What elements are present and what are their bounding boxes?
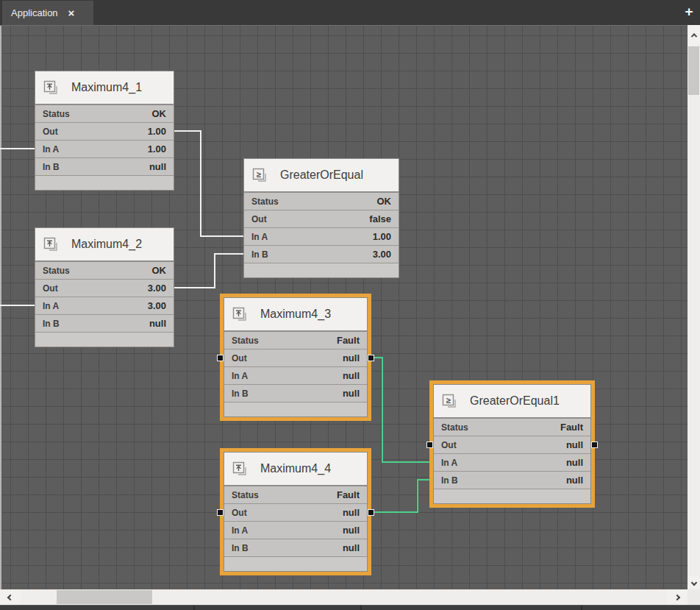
vertical-scrollbar-thumb[interactable] <box>688 46 699 95</box>
horizontal-scrollbar[interactable] <box>0 589 688 605</box>
maximum-icon <box>232 461 249 476</box>
port-row-status[interactable]: StatusOK <box>244 193 399 210</box>
node-header: ≥ GreaterOrEqual <box>244 159 399 193</box>
tab-label: Application <box>11 7 58 18</box>
port-row-in-b[interactable]: In Bnull <box>35 158 174 176</box>
scroll-right-button[interactable] <box>667 589 688 605</box>
wire-maximum4-3-to-gte1-ina[interactable] <box>368 358 433 462</box>
node-header: Maximum4_1 <box>35 71 174 105</box>
out-port-handle-right[interactable] <box>368 355 374 361</box>
maximum-icon <box>43 80 60 95</box>
port-row-in-a[interactable]: In Anull <box>224 367 367 385</box>
port-row-out[interactable]: Out3.00 <box>35 280 174 297</box>
node-header: ≥ GreaterOrEqual1 <box>434 385 590 419</box>
status-value: OK <box>152 265 167 276</box>
node-maximum4-2[interactable]: Maximum4_2 StatusOK Out3.00 In A3.00 In … <box>35 227 174 347</box>
node-title: GreaterOrEqual1 <box>470 394 560 408</box>
node-title: GreaterOrEqual <box>280 169 363 182</box>
scroll-left-button[interactable] <box>0 589 21 605</box>
wire-maximum4-1-to-gte-ina[interactable] <box>174 131 243 236</box>
diagram-canvas[interactable]: Maximum4_1 StatusOK Out1.00 In A1.00 In … <box>0 25 688 589</box>
wire-maximum4-2-to-gte-inb[interactable] <box>174 254 243 288</box>
port-row-in-a[interactable]: In A3.00 <box>35 297 174 315</box>
out-port-handle-right[interactable] <box>591 441 598 448</box>
greater-or-equal-icon: ≥ <box>442 394 458 408</box>
port-row-out[interactable]: Outfalse <box>244 210 399 228</box>
port-row-in-a[interactable]: In A1.00 <box>35 141 174 158</box>
out-port-handle-left[interactable] <box>426 441 433 448</box>
port-row-in-b[interactable]: In Bnull <box>434 472 590 489</box>
node-footer <box>244 263 399 277</box>
horizontal-scrollbar-thumb[interactable] <box>57 590 152 604</box>
divider <box>193 606 195 610</box>
node-title: Maximum4_4 <box>260 462 331 475</box>
scroll-down-button[interactable] <box>688 576 700 589</box>
node-title: Maximum4_3 <box>260 308 331 321</box>
port-row-in-a[interactable]: In A1.00 <box>244 228 399 246</box>
out-port-handle-left[interactable] <box>217 509 224 516</box>
greater-or-equal-icon: ≥ <box>252 168 268 182</box>
scrollbar-corner <box>688 589 700 605</box>
node-title: Maximum4_2 <box>71 238 142 251</box>
port-row-status[interactable]: StatusFault <box>224 486 367 504</box>
port-row-status[interactable]: StatusFault <box>224 332 367 350</box>
close-icon[interactable]: × <box>68 7 75 18</box>
chevron-down-icon <box>690 580 696 586</box>
port-row-status[interactable]: StatusOK <box>35 262 174 280</box>
wire-maximum4-4-to-gte1-inb[interactable] <box>368 480 433 512</box>
add-tab-button[interactable]: + <box>681 2 697 21</box>
port-row-out[interactable]: Outnull <box>224 350 367 367</box>
node-header: Maximum4_4 <box>224 453 367 486</box>
node-greaterorequal[interactable]: ≥ GreaterOrEqual StatusOK Outfalse In A1… <box>243 158 399 278</box>
bottom-panel-edge <box>0 605 700 610</box>
port-row-in-a[interactable]: In Anull <box>434 454 590 472</box>
svg-text:≥: ≥ <box>446 396 451 405</box>
maximum-icon <box>43 237 60 252</box>
divider <box>581 606 582 610</box>
port-row-in-b[interactable]: In Bnull <box>224 385 367 402</box>
vertical-scrollbar[interactable] <box>688 25 700 589</box>
port-row-out[interactable]: Outnull <box>434 436 590 454</box>
node-footer <box>224 557 367 571</box>
node-maximum4-4[interactable]: Maximum4_4 StatusFault Outnull In Anull … <box>224 452 368 572</box>
svg-text:≥: ≥ <box>257 170 261 179</box>
status-value: Fault <box>337 489 360 500</box>
maximum-icon <box>232 307 249 322</box>
out-port-handle-left[interactable] <box>217 355 224 361</box>
node-footer <box>35 333 174 347</box>
port-row-status[interactable]: StatusFault <box>434 419 590 436</box>
node-maximum4-1[interactable]: Maximum4_1 StatusOK Out1.00 In A1.00 In … <box>35 71 174 191</box>
port-row-in-b[interactable]: In Bnull <box>35 315 174 333</box>
node-header: Maximum4_3 <box>224 298 367 332</box>
chevron-up-icon <box>690 33 696 39</box>
port-row-in-b[interactable]: In Bnull <box>224 539 367 557</box>
divider <box>360 606 362 610</box>
scroll-up-button[interactable] <box>688 25 700 46</box>
status-value: Fault <box>337 335 360 346</box>
node-greaterorequal1[interactable]: ≥ GreaterOrEqual1 StatusFault Outnull In… <box>433 384 591 504</box>
node-footer <box>35 176 174 190</box>
status-value: Fault <box>560 422 583 433</box>
port-row-out[interactable]: Out1.00 <box>35 123 174 141</box>
node-header: Maximum4_2 <box>35 228 174 262</box>
status-value: OK <box>152 108 167 119</box>
chevron-right-icon <box>674 594 680 600</box>
tab-bar: Application × + <box>0 0 700 25</box>
node-title: Maximum4_1 <box>71 81 142 94</box>
chevron-left-icon <box>7 594 13 600</box>
node-maximum4-3[interactable]: Maximum4_3 StatusFault Outnull In Anull … <box>224 297 368 417</box>
port-row-status[interactable]: StatusOK <box>35 105 174 123</box>
status-value: OK <box>377 196 392 207</box>
out-port-handle-right[interactable] <box>368 509 374 516</box>
port-row-in-b[interactable]: In B3.00 <box>244 246 399 263</box>
tab-application[interactable]: Application × <box>2 1 93 25</box>
application-window: Application × + Maximum4_1 <box>0 0 700 610</box>
port-row-out[interactable]: Outnull <box>224 504 367 522</box>
node-footer <box>224 402 367 416</box>
node-footer <box>434 489 590 503</box>
port-row-in-a[interactable]: In Anull <box>224 522 367 539</box>
